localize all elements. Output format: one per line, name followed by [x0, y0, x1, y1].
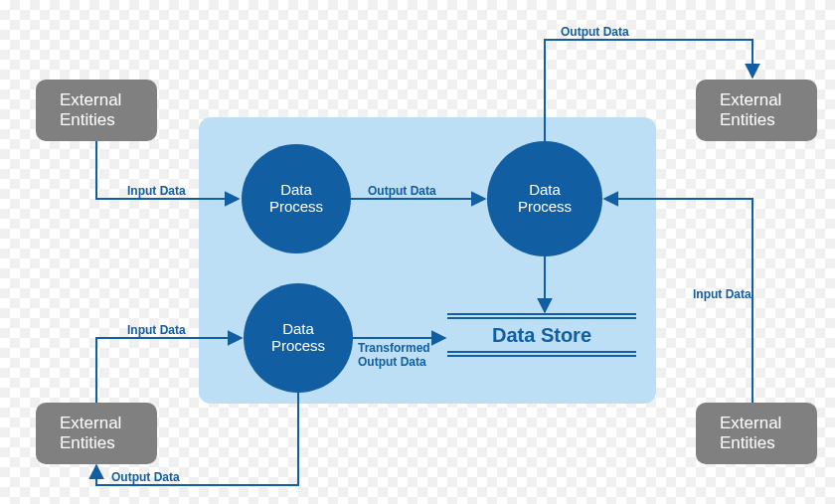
flow-label: Output Data — [561, 25, 629, 39]
external-entity-bottom-right: ExternalEntities — [696, 403, 817, 464]
external-entity-bottom-left: ExternalEntities — [36, 403, 157, 464]
data-store-label: Data Store — [492, 324, 591, 346]
flow-label: Input Data — [127, 184, 186, 198]
entity-label: ExternalEntities — [720, 414, 781, 452]
flow-label: Input Data — [127, 323, 186, 337]
diagram-root: ExternalEntities ExternalEntities Extern… — [0, 0, 835, 504]
external-entity-top-right: ExternalEntities — [696, 80, 817, 141]
entity-label: ExternalEntities — [60, 90, 121, 129]
flow-label: Output Data — [368, 184, 436, 198]
external-entity-top-left: ExternalEntities — [36, 80, 157, 141]
dfd-svg: ExternalEntities ExternalEntities Extern… — [0, 0, 835, 504]
process-node-1: DataProcess — [242, 144, 351, 253]
process-node-2: DataProcess — [487, 141, 602, 256]
entity-label: ExternalEntities — [720, 90, 781, 129]
flow-label: Input Data — [693, 287, 752, 301]
flow-label: Output Data — [111, 470, 180, 484]
entity-label: ExternalEntities — [60, 414, 121, 452]
process-node-3: DataProcess — [244, 283, 353, 393]
flow-label: TransformedOutput Data — [358, 341, 430, 369]
